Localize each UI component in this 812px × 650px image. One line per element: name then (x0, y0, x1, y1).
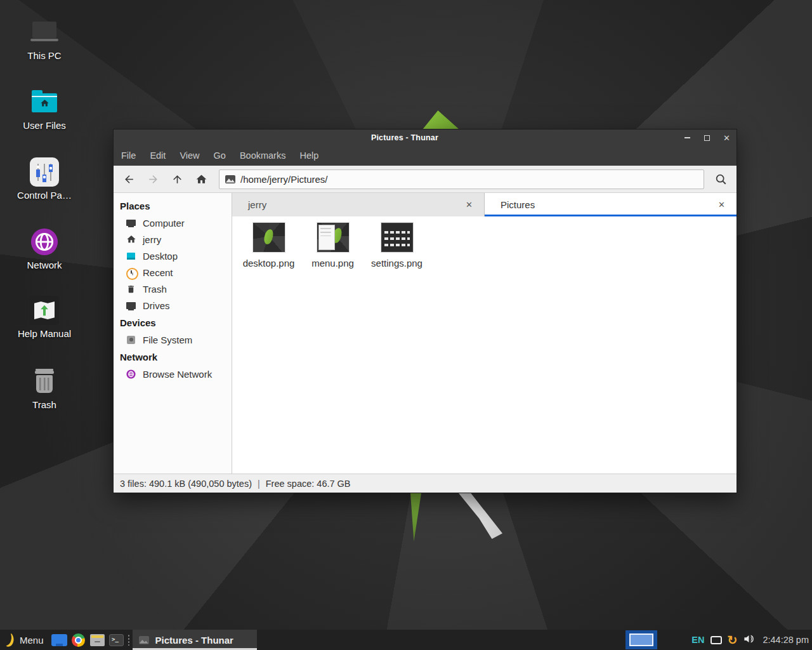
sidebar-item-desktop[interactable]: Desktop (114, 248, 232, 264)
sidebar-header-places: Places (114, 197, 232, 215)
close-button[interactable]: ✕ (717, 129, 737, 146)
tab-pictures[interactable]: Pictures ✕ (485, 193, 737, 216)
terminal-launcher[interactable]: >_ (107, 630, 126, 650)
window-titlebar[interactable]: Pictures - Thunar ✕ (114, 129, 737, 146)
chrome-icon (72, 633, 85, 647)
desktop-icon-label: Trash (10, 399, 79, 410)
trash-icon (30, 367, 59, 396)
tab-jerry[interactable]: jerry ✕ (232, 193, 485, 216)
main-pane: jerry ✕ Pictures ✕ desktop.png (232, 193, 737, 474)
path-text: /home/jerry/Pictures/ (240, 174, 328, 185)
desktop-icon-label: Control Pa… (10, 190, 79, 201)
maximize-button[interactable] (697, 129, 717, 146)
forward-button[interactable] (143, 169, 164, 190)
home-button[interactable] (191, 169, 212, 190)
tab-label: jerry (248, 199, 463, 210)
desktop-icon-network[interactable]: Network (10, 227, 79, 270)
start-menu-label: Menu (20, 635, 44, 646)
wallpaper-banana-sliver (409, 493, 421, 541)
workspace-1[interactable] (629, 633, 653, 646)
tab-close-icon[interactable]: ✕ (463, 199, 475, 211)
sidebar-header-network: Network (114, 348, 232, 366)
keyboard-layout-indicator[interactable]: EN (691, 635, 704, 645)
status-separator: | (258, 479, 260, 489)
desktop-icon-control-panel[interactable]: Control Pa… (10, 157, 79, 201)
sidebar-item-label: Computer (143, 218, 185, 229)
desktop-icon-this-pc[interactable]: This PC (10, 18, 79, 61)
sidebar-item-trash[interactable]: Trash (114, 281, 232, 297)
sidebar-header-devices: Devices (114, 314, 232, 331)
desktop-icon-trash[interactable]: Trash (10, 367, 79, 410)
wallpaper-banana-tip (422, 110, 459, 129)
desktop-icon-label: Help Manual (10, 328, 79, 339)
home-icon (126, 234, 136, 245)
trash-icon (126, 284, 136, 295)
sidebar-item-file-system[interactable]: File System (114, 331, 232, 348)
sidebar-item-computer[interactable]: Computer (114, 215, 232, 231)
task-label: Pictures - Thunar (155, 635, 233, 646)
workspace-switcher[interactable] (625, 630, 657, 649)
volume-icon[interactable] (743, 633, 755, 647)
window-title: Pictures - Thunar (114, 133, 696, 142)
clock[interactable]: 2:44:28 pm (763, 635, 809, 645)
free-space: Free space: 46.7 GB (266, 479, 351, 489)
clock-icon (126, 267, 136, 278)
tab-bar: jerry ✕ Pictures ✕ (232, 193, 737, 216)
desktop-icon-label: User Files (10, 120, 79, 131)
file-manager-launcher[interactable] (88, 630, 107, 650)
sidebar-item-label: Trash (143, 284, 167, 295)
network-globe-icon (30, 227, 59, 256)
computer-icon (126, 218, 136, 229)
home-folder-icon (30, 88, 59, 117)
sidebar-item-drives[interactable]: Drives (114, 297, 232, 314)
menu-help[interactable]: Help (292, 146, 325, 166)
update-manager-icon[interactable]: ↻ (728, 634, 738, 646)
harddisk-icon (126, 335, 136, 345)
menu-file[interactable]: File (114, 146, 143, 166)
status-bar: 3 files: 490.1 kB (490,050 bytes) | Free… (114, 474, 737, 493)
display-tray-icon[interactable] (710, 636, 722, 644)
menu-view[interactable]: View (173, 146, 206, 166)
sidebar-item-recent[interactable]: Recent (114, 264, 232, 281)
settings-grid-shape (384, 227, 410, 246)
desktop-icon-user-files[interactable]: User Files (10, 88, 79, 131)
up-button[interactable] (167, 169, 188, 190)
tab-label: Pictures (501, 199, 716, 210)
show-desktop-launcher[interactable] (50, 630, 69, 650)
files-area[interactable]: desktop.png menu.png settings.png (232, 216, 737, 474)
panel-separator-handle (128, 634, 130, 646)
menu-go[interactable]: Go (207, 146, 233, 166)
desktop-icon-help-manual[interactable]: Help Manual (10, 296, 79, 339)
back-button[interactable] (119, 169, 140, 190)
chrome-launcher[interactable] (69, 630, 88, 650)
file-settings-png[interactable]: settings.png (365, 221, 429, 269)
file-cabinet-icon (90, 634, 105, 646)
taskbar: Menu >_ Pictures - Thunar EN ↻ (0, 630, 812, 650)
sidebar-item-label: File System (143, 335, 192, 345)
path-bar[interactable]: /home/jerry/Pictures/ (219, 169, 704, 189)
window-content: Places Computer jerry Desktop (114, 193, 737, 474)
desktop-icon-label: This PC (10, 50, 79, 61)
terminal-icon: >_ (109, 634, 124, 646)
toolbar: /home/jerry/Pictures/ (114, 166, 737, 193)
drives-icon (126, 300, 136, 311)
sidebar: Places Computer jerry Desktop (114, 193, 232, 474)
start-menu-button[interactable]: Menu (0, 630, 50, 650)
file-desktop-png[interactable]: desktop.png (237, 221, 301, 269)
file-name: settings.png (371, 258, 422, 269)
file-menu-png[interactable]: menu.png (301, 221, 365, 269)
sidebar-item-browse-network[interactable]: Browse Network (114, 366, 232, 382)
tab-close-icon[interactable]: ✕ (716, 199, 728, 211)
thumbnail-settings-png (381, 223, 413, 252)
sidebar-item-label: Browse Network (143, 369, 212, 380)
banana-logo-icon (5, 633, 15, 647)
menu-edit[interactable]: Edit (143, 146, 173, 166)
menu-bookmarks[interactable]: Bookmarks (233, 146, 293, 166)
file-name: menu.png (311, 258, 354, 269)
taskbar-task-thunar[interactable]: Pictures - Thunar (133, 630, 257, 650)
desktop-icon (126, 251, 136, 262)
globe-icon (126, 369, 136, 380)
search-button[interactable] (710, 168, 731, 190)
home-icon (195, 173, 207, 185)
sidebar-item-jerry[interactable]: jerry (114, 231, 232, 248)
